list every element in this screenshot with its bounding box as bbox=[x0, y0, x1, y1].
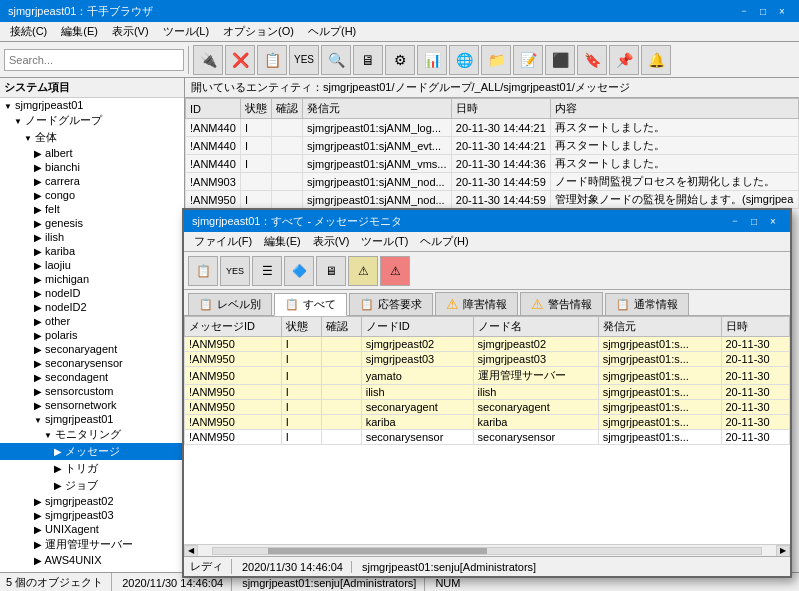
tree-item[interactable]: ▶ nodeID bbox=[0, 286, 184, 300]
cell-datetime: 20-11-30 bbox=[721, 415, 790, 430]
table-row[interactable]: !ANM440 I sjmgrjpeast01:sjANM_vms... 20-… bbox=[186, 155, 799, 173]
tree-item[interactable]: ▶ seconaryagent bbox=[0, 342, 184, 356]
tree-item[interactable]: ▶ other bbox=[0, 314, 184, 328]
modal-close-btn[interactable]: × bbox=[764, 212, 782, 230]
tree-item[interactable]: ▼ sjmgrjpeast01 bbox=[0, 412, 184, 426]
modal-toolbar-btn-6[interactable]: ⚠ bbox=[348, 256, 378, 286]
tree-item[interactable]: ▼ 全体 bbox=[0, 129, 184, 146]
toolbar-btn-14[interactable]: 📌 bbox=[609, 45, 639, 75]
table-row[interactable]: !ANM950 I seconaryagent seconaryagent sj… bbox=[185, 400, 790, 415]
scrollbar-track[interactable] bbox=[212, 547, 762, 555]
close-btn[interactable]: × bbox=[773, 2, 791, 20]
table-row[interactable]: !ANM440 I sjmgrjpeast01:sjANM_log... 20-… bbox=[186, 119, 799, 137]
tree-item[interactable]: ▶ sjmgrjpeast03 bbox=[0, 508, 184, 522]
modal-max-btn[interactable]: □ bbox=[745, 212, 763, 230]
tree-item[interactable]: ▶ michigan bbox=[0, 272, 184, 286]
modal-table-container[interactable]: メッセージID 状態 確認 ノードID ノード名 発信元 日時 !ANM950 … bbox=[184, 316, 790, 544]
modal-toolbar-btn-2[interactable]: YES bbox=[220, 256, 250, 286]
tree-item[interactable]: ▶ トリガ bbox=[0, 460, 184, 477]
tree-item[interactable]: ▶ sensorcustom bbox=[0, 384, 184, 398]
menu-help[interactable]: ヘルプ(H) bbox=[302, 22, 362, 41]
modal-toolbar-btn-1[interactable]: 📋 bbox=[188, 256, 218, 286]
tab-level[interactable]: 📋 レベル別 bbox=[188, 293, 272, 315]
tree-item[interactable]: ▼ sjmgrjpeast01 bbox=[0, 98, 184, 112]
tree-item[interactable]: ▶ albert bbox=[0, 146, 184, 160]
table-row[interactable]: !ANM950 I yamato 運用管理サーバー sjmgrjpeast01:… bbox=[185, 367, 790, 385]
toolbar-btn-8[interactable]: 📊 bbox=[417, 45, 447, 75]
tree-item[interactable]: ▶ ilish bbox=[0, 230, 184, 244]
toolbar-btn-11[interactable]: 📝 bbox=[513, 45, 543, 75]
toolbar-btn-7[interactable]: ⚙ bbox=[385, 45, 415, 75]
tab-normal[interactable]: 📋 通常情報 bbox=[605, 293, 689, 315]
tab-warning[interactable]: ⚠ 警告情報 bbox=[520, 292, 603, 315]
table-row[interactable]: !ANM950 I kariba kariba sjmgrjpeast01:s.… bbox=[185, 415, 790, 430]
scroll-right-btn[interactable]: ▶ bbox=[776, 545, 790, 557]
tree-item[interactable]: ▶ bianchi bbox=[0, 160, 184, 174]
horizontal-scrollbar[interactable]: ◀ ▶ bbox=[184, 544, 790, 556]
table-row[interactable]: !ANM950 I sjmgrjpeast01:sjANM_nod... 20-… bbox=[186, 191, 799, 209]
tree-item[interactable]: ▶ secondagent bbox=[0, 370, 184, 384]
tree-item[interactable]: ▶ carrera bbox=[0, 174, 184, 188]
menu-view[interactable]: 表示(V) bbox=[106, 22, 155, 41]
tree-label: carrera bbox=[45, 175, 80, 187]
tree-item[interactable]: ▶ sjmgrjpeast02 bbox=[0, 494, 184, 508]
modal-menu-tools[interactable]: ツール(T) bbox=[355, 232, 414, 251]
tab-response[interactable]: 📋 応答要求 bbox=[349, 293, 433, 315]
tree-item[interactable]: ▶ UNIXagent bbox=[0, 522, 184, 536]
tree-item[interactable]: ▶ sensornetwork bbox=[0, 398, 184, 412]
tree-item[interactable]: ▼ モニタリング bbox=[0, 426, 184, 443]
modal-title-controls: － □ × bbox=[726, 212, 782, 230]
tree-item[interactable]: ▶ kariba bbox=[0, 244, 184, 258]
modal-menu-help[interactable]: ヘルプ(H) bbox=[414, 232, 474, 251]
tab-all[interactable]: 📋 すべて bbox=[274, 293, 347, 316]
menu-options[interactable]: オプション(O) bbox=[217, 22, 300, 41]
table-row[interactable]: !ANM903 sjmgrjpeast01:sjANM_nod... 20-11… bbox=[186, 173, 799, 191]
toolbar-btn-15[interactable]: 🔔 bbox=[641, 45, 671, 75]
table-row[interactable]: !ANM950 I sjmgrjpeast02 sjmgrjpeast02 sj… bbox=[185, 337, 790, 352]
toolbar-btn-9[interactable]: 🌐 bbox=[449, 45, 479, 75]
modal-menu-view[interactable]: 表示(V) bbox=[307, 232, 356, 251]
menu-tools[interactable]: ツール(L) bbox=[157, 22, 215, 41]
maximize-btn[interactable]: □ bbox=[754, 2, 772, 20]
col-status: 状態 bbox=[240, 99, 271, 119]
tree-item[interactable]: ▶ congo bbox=[0, 188, 184, 202]
table-row[interactable]: !ANM950 I seconarysensor seconarysensor … bbox=[185, 430, 790, 445]
minimize-btn[interactable]: － bbox=[735, 2, 753, 20]
scroll-left-btn[interactable]: ◀ bbox=[184, 545, 198, 557]
toolbar-btn-6[interactable]: 🖥 bbox=[353, 45, 383, 75]
tree-item[interactable]: ▶ polaris bbox=[0, 328, 184, 342]
toolbar-btn-2[interactable]: ❌ bbox=[225, 45, 255, 75]
toolbar-btn-4[interactable]: YES bbox=[289, 45, 319, 75]
toolbar-btn-1[interactable]: 🔌 bbox=[193, 45, 223, 75]
modal-toolbar-btn-4[interactable]: 🔷 bbox=[284, 256, 314, 286]
tree-item[interactable]: ▼ ノードグループ bbox=[0, 112, 184, 129]
modal-toolbar-btn-5[interactable]: 🖥 bbox=[316, 256, 346, 286]
menu-connect[interactable]: 接続(C) bbox=[4, 22, 53, 41]
toolbar-btn-3[interactable]: 📋 bbox=[257, 45, 287, 75]
table-row[interactable]: !ANM950 I ilish ilish sjmgrjpeast01:s...… bbox=[185, 385, 790, 400]
toolbar-btn-10[interactable]: 📁 bbox=[481, 45, 511, 75]
table-row[interactable]: !ANM950 I sjmgrjpeast03 sjmgrjpeast03 sj… bbox=[185, 352, 790, 367]
menu-edit[interactable]: 編集(E) bbox=[55, 22, 104, 41]
scrollbar-thumb[interactable] bbox=[268, 548, 487, 554]
tree-item[interactable]: ▶ seconarysensor bbox=[0, 356, 184, 370]
toolbar-btn-13[interactable]: 🔖 bbox=[577, 45, 607, 75]
toolbar-btn-12[interactable]: ⬛ bbox=[545, 45, 575, 75]
modal-toolbar-btn-3[interactable]: ☰ bbox=[252, 256, 282, 286]
tree-item[interactable]: ▶ nodeID2 bbox=[0, 300, 184, 314]
tree-item[interactable]: ▶ ジョブ bbox=[0, 477, 184, 494]
tree-item[interactable]: ▶ 運用管理サーバー bbox=[0, 536, 184, 553]
tree-item[interactable]: ▶ genesis bbox=[0, 216, 184, 230]
tree-item[interactable]: ▶ laojiu bbox=[0, 258, 184, 272]
tab-failure[interactable]: ⚠ 障害情報 bbox=[435, 292, 518, 315]
tree-item[interactable]: ▶ メッセージ bbox=[0, 443, 184, 460]
tree-item[interactable]: ▶ felt bbox=[0, 202, 184, 216]
modal-menu-edit[interactable]: 編集(E) bbox=[258, 232, 307, 251]
tree-item[interactable]: ▶ AWS4UNIX bbox=[0, 553, 184, 567]
search-input[interactable] bbox=[4, 49, 184, 71]
table-row[interactable]: !ANM440 I sjmgrjpeast01:sjANM_evt... 20-… bbox=[186, 137, 799, 155]
modal-menu-file[interactable]: ファイル(F) bbox=[188, 232, 258, 251]
toolbar-btn-5[interactable]: 🔍 bbox=[321, 45, 351, 75]
modal-toolbar-btn-7[interactable]: ⚠ bbox=[380, 256, 410, 286]
modal-min-btn[interactable]: － bbox=[726, 212, 744, 230]
